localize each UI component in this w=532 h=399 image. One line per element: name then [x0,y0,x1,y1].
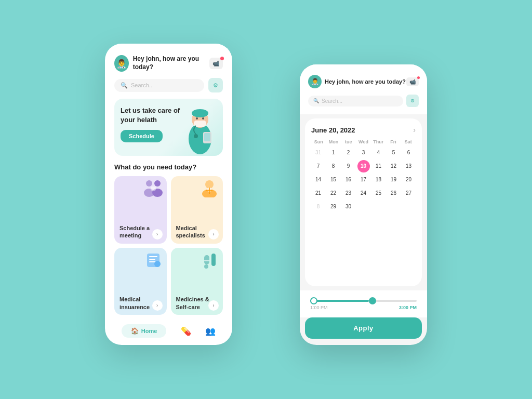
time-slider-section: 1:00 PM 3:00 PM [300,290,427,317]
pr-video-btn-wrap: 📹 [406,77,419,86]
cal-cell[interactable]: 19 [388,174,400,186]
card-schedule-meeting[interactable]: Schedule a meeting › [114,176,167,244]
phone-right: 👨‍⚕️ Hey john, how are you today? 📹 🔍 Se… [300,64,427,345]
svg-point-14 [205,180,214,189]
cal-cell[interactable]: 5 [388,147,400,159]
cal-cell[interactable]: 12 [388,160,400,172]
svg-point-4 [194,134,198,138]
cal-cell[interactable]: 16 [342,174,355,186]
card-medical-specialists[interactable]: Medical specialists › [171,176,223,244]
svg-rect-21 [149,259,155,260]
home-label: Home [141,328,157,334]
pr-greeting: Hey john, how are you today? [325,78,406,85]
cal-cell[interactable]: 29 [327,201,340,213]
card-illo-1 [143,179,164,201]
cal-cell[interactable]: 6 [403,147,415,159]
cal-header: June 20, 2022 › [311,126,416,134]
day-mon: Mon [326,139,341,144]
nav-people[interactable]: 👥 [205,326,216,336]
day-fri: Fri [386,139,401,144]
filter-button[interactable]: ⚙ [208,78,223,92]
card-arrow-2[interactable]: › [208,229,219,240]
doctor-illustration [181,105,219,156]
pr-header-row: 👨‍⚕️ Hey john, how are you today? 📹 [308,75,419,88]
cal-cell[interactable]: 3 [357,147,370,159]
cal-cell-selected[interactable]: 10 [357,160,370,172]
cal-cell[interactable]: 18 [373,174,385,186]
cal-cell[interactable]: 17 [357,174,370,186]
cal-cell[interactable]: 20 [403,174,415,186]
cal-cell[interactable]: 7 [312,160,325,172]
cal-cell[interactable]: 22 [327,187,340,200]
svg-point-7 [196,117,198,119]
time-track[interactable] [310,300,417,302]
card-arrow-1[interactable]: › [152,229,163,240]
svg-point-10 [154,180,161,187]
cal-cell[interactable]: 27 [403,187,415,200]
grid-cards: Schedule a meeting › Medical specialists… [114,176,223,315]
cal-cell[interactable]: 2 [342,147,355,159]
video-button[interactable]: 📹 [209,58,223,69]
pr-filter-button[interactable]: ⚙ [406,95,419,107]
card-medical-insurance[interactable]: Medical insuarence › [114,248,167,315]
pr-search-row: 🔍 Search... ⚙ [308,95,419,107]
avatar: 👨‍⚕️ [114,55,129,72]
filter-icon: ⚙ [213,82,218,89]
cal-cell[interactable]: 1 [327,147,340,159]
cal-cell[interactable]: 31 [312,147,325,159]
cal-grid: 31 1 2 3 4 5 6 7 8 9 10 11 12 13 14 15 1… [311,147,416,213]
cal-cell [373,201,385,213]
cal-cell[interactable]: 30 [342,201,355,213]
time-label-left: 1:00 PM [310,305,328,310]
pr-search-placeholder: Search... [322,98,342,104]
avatar-emoji: 👨‍⚕️ [116,59,127,69]
cal-cell[interactable]: 13 [403,160,415,172]
card-illo-4 [199,251,220,273]
card-illo-3 [143,251,164,273]
cal-cell[interactable]: 8 [327,160,340,172]
card-illo-2 [199,179,220,201]
apply-button[interactable]: Apply [305,317,422,339]
cal-cell[interactable]: 24 [357,187,370,200]
card-arrow-4[interactable]: › [208,300,219,311]
svg-point-27 [204,264,208,269]
svg-point-8 [202,117,204,119]
pr-video-button[interactable]: 📹 [406,77,419,86]
search-input-wrap[interactable]: 🔍 Search... [114,79,204,92]
nav-pills[interactable]: 💊 [181,326,191,336]
nav-home[interactable]: 🏠 Home [122,324,167,338]
cal-cell[interactable]: 4 [373,147,385,159]
pr-search[interactable]: 🔍 Search... [308,96,403,107]
day-sun: Sun [311,139,326,144]
cal-cell[interactable]: 15 [327,174,340,186]
cal-cell[interactable]: 25 [373,187,385,200]
cal-day-names: Sun Mon tue Wed Thur Fri Sat [311,139,416,144]
cal-cell [357,201,370,213]
time-thumb-right[interactable] [369,297,376,304]
greeting-text: Hey john, how are you today? [133,55,209,71]
pr-notification-dot [417,76,420,79]
notification-dot [220,57,224,60]
svg-rect-6 [204,133,210,141]
svg-point-23 [154,261,161,267]
cal-cell[interactable]: 9 [342,160,355,172]
cal-next-arrow[interactable]: › [413,126,416,134]
time-labels: 1:00 PM 3:00 PM [310,305,417,310]
time-fill [310,300,369,302]
cal-cell[interactable]: 14 [312,174,325,186]
section-title: What do you need today? [114,163,223,171]
cal-cell[interactable]: 23 [342,187,355,200]
card-medicines[interactable]: Medicines & Self-care › [171,248,223,315]
search-placeholder: Search... [131,82,154,88]
time-thumb-left[interactable] [310,297,317,304]
day-sat: Sat [401,139,416,144]
day-thur: Thur [371,139,386,144]
day-wed: Wed [356,139,371,144]
cal-cell[interactable]: 11 [373,160,385,172]
cal-cell[interactable]: 26 [388,187,400,200]
cal-cell[interactable]: 21 [312,187,325,200]
card-arrow-3[interactable]: › [152,300,163,311]
cal-cell[interactable]: 8 [312,201,325,213]
bottom-nav: 🏠 Home 💊 👥 [114,319,223,345]
schedule-button[interactable]: Schedule [121,130,163,142]
